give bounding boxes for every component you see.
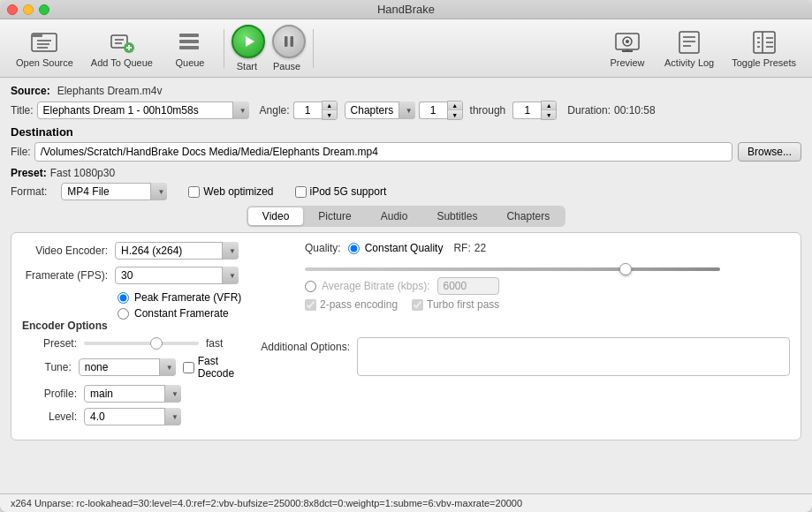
avg-bitrate-radio[interactable] (305, 281, 316, 292)
fps-select[interactable]: 30 (115, 267, 239, 284)
svg-marker-14 (246, 36, 254, 47)
chapters-from-input[interactable] (419, 102, 447, 119)
svg-rect-16 (290, 36, 293, 47)
tab-subtitles[interactable]: Subtitles (422, 207, 491, 225)
svg-rect-12 (179, 40, 199, 43)
add-to-queue-label: Add To Queue (91, 57, 153, 68)
video-right: Quality: Constant Quality RF: 22 Average… (305, 242, 790, 311)
ipod-support-text: iPod 5G support (310, 185, 387, 198)
minimize-button[interactable] (23, 4, 34, 15)
file-path-input[interactable] (34, 142, 732, 162)
chapters-to-down[interactable]: ▼ (542, 110, 556, 119)
additional-options-input[interactable] (357, 337, 790, 376)
file-label: File: (11, 146, 31, 158)
title-select[interactable]: Elephants Dream 1 - 00h10m58s (37, 102, 249, 119)
svg-rect-22 (679, 32, 699, 53)
activity-log-button[interactable]: Activity Log (657, 26, 721, 70)
enc-tune-row: Tune: none Fast Decode (22, 355, 250, 380)
toolbar-separator-1 (224, 29, 224, 68)
status-text: x264 Unparse: rc-lookahead=30:level=4.0:… (11, 498, 522, 508)
chapters-from-up[interactable]: ▲ (448, 102, 462, 110)
encoder-select[interactable]: H.264 (x264) (115, 242, 239, 260)
quality-slider[interactable] (305, 267, 720, 271)
video-left: Video Encoder: H.264 (x264) Framerate (F… (22, 242, 287, 320)
constant-quality-option[interactable]: Constant Quality (348, 242, 444, 254)
two-pass-label[interactable]: 2-pass encoding (305, 298, 398, 311)
tab-video[interactable]: Video (248, 207, 303, 225)
avg-bitrate-option[interactable]: Average Bitrate (kbps): (305, 280, 430, 292)
toggle-presets-button[interactable]: Toggle Presets (725, 26, 803, 70)
enc-preset-slider[interactable] (84, 342, 199, 345)
angle-up-button[interactable]: ▲ (323, 102, 337, 110)
pause-label: Pause (273, 61, 300, 72)
rf-value: 22 (474, 242, 486, 254)
enc-profile-label: Profile: (22, 388, 84, 400)
encoder-label: Video Encoder: (22, 245, 115, 257)
chapters-from-down[interactable]: ▼ (448, 110, 462, 119)
turbo-first-pass-label[interactable]: Turbo first pass (412, 298, 499, 311)
start-pause-group: Start Pause (231, 25, 306, 72)
peak-framerate-radio[interactable] (118, 292, 129, 304)
constant-quality-radio[interactable] (348, 243, 360, 254)
fast-decode-checkbox[interactable] (183, 362, 194, 373)
queue-icon (176, 28, 204, 56)
source-label: Source: (11, 85, 50, 97)
web-optimized-label[interactable]: Web optimized (188, 185, 273, 198)
svg-rect-11 (179, 34, 199, 37)
svg-point-19 (626, 40, 629, 43)
enc-tune-label: Tune: (22, 361, 79, 373)
chapters-select[interactable]: Chapters (345, 102, 415, 119)
ipod-support-label[interactable]: iPod 5G support (295, 185, 387, 198)
tabs: Video Picture Audio Subtitles Chapters (247, 206, 565, 227)
enc-level-select[interactable]: 4.0 (84, 408, 181, 425)
window-title: HandBrake (377, 3, 435, 16)
chapters-from-spinner: ▲ ▼ (419, 101, 463, 120)
angle-down-button[interactable]: ▼ (323, 110, 337, 119)
preview-button[interactable]: Preview (601, 26, 654, 70)
fps-select-wrapper: 30 (115, 267, 239, 284)
chapters-to-input[interactable] (512, 102, 541, 119)
close-button[interactable] (7, 4, 18, 15)
tab-audio[interactable]: Audio (367, 207, 422, 225)
avg-bitrate-input[interactable] (437, 277, 499, 295)
ipod-support-checkbox[interactable] (295, 186, 307, 198)
queue-button[interactable]: Queue (163, 26, 216, 70)
chapters-to-up[interactable]: ▲ (542, 102, 556, 110)
open-source-button[interactable]: Open Source (9, 26, 80, 70)
tab-picture[interactable]: Picture (304, 207, 365, 225)
tab-chapters[interactable]: Chapters (492, 207, 564, 225)
angle-input[interactable] (293, 102, 322, 119)
source-filename: Elephants Dream.m4v (57, 85, 163, 97)
constant-framerate-label[interactable]: Constant Framerate (118, 307, 287, 320)
avg-bitrate-label-text: Average Bitrate (kbps): (322, 280, 430, 292)
enc-profile-select[interactable]: main (84, 385, 181, 403)
web-optimized-checkbox[interactable] (188, 186, 200, 198)
fps-row: Framerate (FPS): 30 (22, 267, 287, 284)
encoder-right: Additional Options: (261, 337, 790, 431)
through-label: through (470, 104, 506, 117)
pause-button[interactable] (272, 25, 306, 58)
encoder-row: Video Encoder: H.264 (x264) (22, 242, 287, 260)
add-to-queue-icon (108, 28, 136, 56)
maximize-button[interactable] (39, 4, 49, 15)
peak-framerate-text: Peak Framerate (VFR) (134, 291, 241, 304)
duration-label: Duration: (567, 104, 611, 117)
peak-framerate-label[interactable]: Peak Framerate (VFR) (118, 291, 287, 304)
destination-section: Destination File: Browse... (11, 125, 801, 162)
browse-button[interactable]: Browse... (738, 142, 801, 162)
status-bar: x264 Unparse: rc-lookahead=30:level=4.0:… (0, 493, 812, 512)
two-pass-checkbox[interactable] (305, 299, 316, 311)
start-pause-buttons (231, 25, 306, 58)
quality-slider-container (305, 261, 790, 274)
constant-framerate-radio[interactable] (118, 308, 129, 320)
start-button[interactable] (231, 25, 265, 58)
fast-decode-label[interactable]: Fast Decode (183, 355, 251, 380)
title-bar: HandBrake (0, 0, 812, 19)
enc-tune-select[interactable]: none (79, 358, 176, 376)
add-to-queue-button[interactable]: Add To Queue (84, 26, 160, 70)
turbo-first-pass-checkbox[interactable] (412, 299, 423, 311)
svg-rect-1 (32, 34, 42, 37)
format-select-wrapper: MP4 File (61, 183, 167, 200)
start-pause-labels: Start Pause (237, 60, 300, 72)
format-select[interactable]: MP4 File (61, 183, 167, 200)
